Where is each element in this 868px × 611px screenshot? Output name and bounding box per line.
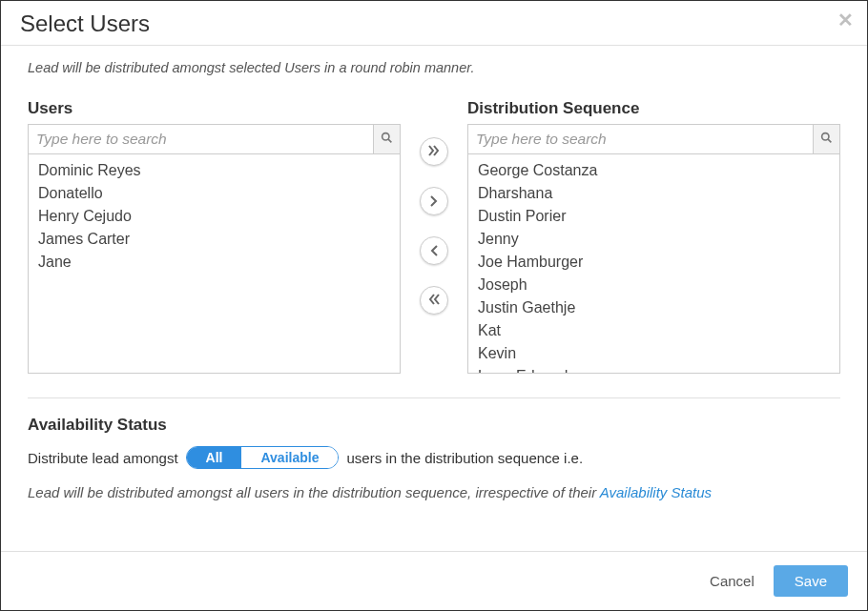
availability-suffix: users in the distribution sequence i.e. <box>346 450 583 466</box>
availability-note: Lead will be distributed amongst all use… <box>28 484 840 500</box>
list-item[interactable]: Leon Edwards <box>478 365 830 374</box>
list-item[interactable]: Dharshana <box>478 182 830 205</box>
availability-status-link[interactable]: Availability Status <box>600 484 712 500</box>
sequence-panel: Distribution Sequence George CostanzaDha… <box>467 99 840 374</box>
list-item[interactable]: Kat <box>478 319 830 342</box>
search-icon <box>820 132 833 147</box>
cancel-button[interactable]: Cancel <box>710 573 754 589</box>
list-item[interactable]: Kevin <box>478 342 830 365</box>
toggle-option-available[interactable]: Available <box>241 447 338 468</box>
users-panel: Users Dominic ReyesDonatelloHenry Cejudo… <box>28 99 401 374</box>
svg-point-0 <box>382 133 389 140</box>
availability-toggle: All Available <box>186 446 340 469</box>
dialog-content: Lead will be distributed amongst selecte… <box>1 46 867 500</box>
lists-area: Users Dominic ReyesDonatelloHenry Cejudo… <box>28 99 840 374</box>
users-search-input[interactable] <box>29 125 373 153</box>
svg-point-2 <box>822 133 829 140</box>
chevron-right-icon <box>428 193 440 210</box>
save-button[interactable]: Save <box>774 565 848 597</box>
list-item[interactable]: Jane <box>38 251 390 274</box>
list-item[interactable]: Joseph <box>478 274 830 296</box>
users-search-row <box>28 124 401 154</box>
sequence-search-input[interactable] <box>468 125 813 153</box>
list-item[interactable]: Henry Cejudo <box>38 205 390 228</box>
list-item[interactable]: Dominic Reyes <box>38 159 390 182</box>
move-all-right-button[interactable] <box>420 137 448 166</box>
availability-prefix: Distribute lead amongst <box>28 450 178 466</box>
list-item[interactable]: Jenny <box>478 228 830 251</box>
users-listbox[interactable]: Dominic ReyesDonatelloHenry CejudoJames … <box>28 154 401 374</box>
list-item[interactable]: Justin Gaethje <box>478 296 830 319</box>
transfer-buttons <box>401 99 467 315</box>
svg-line-1 <box>388 139 391 142</box>
dialog-title: Select Users <box>20 10 848 37</box>
list-item[interactable]: George Costanza <box>478 159 830 182</box>
sequence-label: Distribution Sequence <box>467 99 840 118</box>
double-chevron-right-icon <box>427 144 441 160</box>
list-item[interactable]: Donatello <box>38 182 390 205</box>
move-all-left-button[interactable] <box>420 286 448 315</box>
move-left-button[interactable] <box>420 236 448 265</box>
dialog-footer: Cancel Save <box>1 551 867 610</box>
svg-line-3 <box>828 139 831 142</box>
close-icon[interactable]: ✕ <box>837 10 854 30</box>
sequence-listbox[interactable]: George CostanzaDharshanaDustin PorierJen… <box>467 154 840 374</box>
dialog-header: Select Users ✕ <box>1 1 867 46</box>
dialog-subtitle: Lead will be distributed amongst selecte… <box>28 60 840 75</box>
search-icon <box>381 132 393 147</box>
double-chevron-left-icon <box>427 293 441 309</box>
users-label: Users <box>28 99 401 118</box>
list-item[interactable]: Dustin Porier <box>478 205 830 228</box>
availability-note-text: Lead will be distributed amongst all use… <box>28 484 600 500</box>
users-search-button[interactable] <box>373 125 400 153</box>
list-item[interactable]: James Carter <box>38 228 390 251</box>
availability-row: Distribute lead amongst All Available us… <box>28 446 840 469</box>
sequence-search-button[interactable] <box>813 125 839 153</box>
move-right-button[interactable] <box>420 187 448 215</box>
availability-heading: Availability Status <box>28 416 840 435</box>
toggle-option-all[interactable]: All <box>187 447 242 468</box>
section-divider <box>28 397 840 398</box>
chevron-left-icon <box>428 243 440 259</box>
sequence-search-row <box>467 124 840 154</box>
list-item[interactable]: Joe Hamburger <box>478 251 830 274</box>
